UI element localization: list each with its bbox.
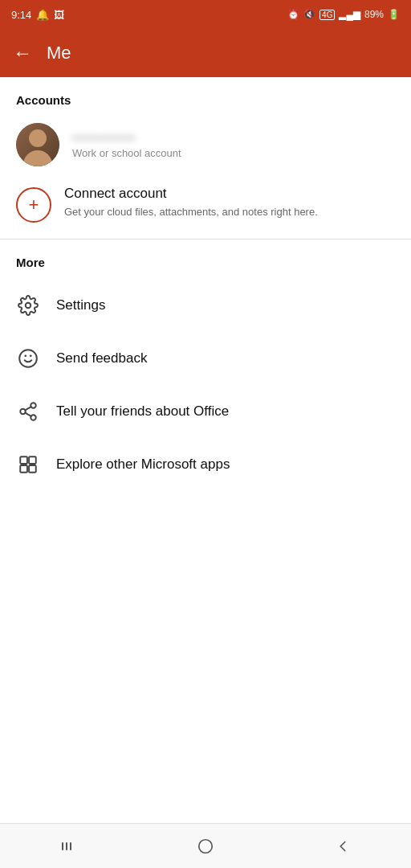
status-time: 9:14: [11, 9, 31, 21]
signal-icon: 4G: [319, 10, 335, 20]
connect-icon: +: [16, 187, 51, 223]
nav-menu-button[interactable]: [44, 830, 92, 862]
svg-rect-10: [29, 457, 36, 464]
send-feedback-menu-item[interactable]: Send feedback: [0, 332, 411, 385]
connect-description: Get your cloud files, attachments, and n…: [64, 205, 395, 219]
apps-grid-icon: [16, 452, 40, 477]
send-feedback-label: Send feedback: [56, 350, 147, 366]
settings-label: Settings: [56, 297, 105, 313]
signal-bars-icon: ▂▄▆: [339, 9, 360, 20]
battery-icon: 🔋: [388, 9, 400, 20]
battery-percent: 89%: [364, 9, 384, 20]
alarm-icon: ⏰: [287, 9, 299, 20]
account-info: •••••••••••• Work or school account: [72, 131, 395, 159]
status-bar-left: 9:14 🔔 🖼: [11, 9, 64, 21]
account-item[interactable]: •••••••••••• Work or school account: [0, 117, 411, 178]
svg-point-1: [19, 350, 37, 367]
smiley-icon: [16, 346, 40, 371]
app-bar: ← Me: [0, 29, 411, 77]
bottom-nav-bar: [0, 823, 411, 868]
status-bar: 9:14 🔔 🖼 ⏰ 🔇 4G ▂▄▆ 89% 🔋: [0, 0, 411, 29]
status-bar-right: ⏰ 🔇 4G ▂▄▆ 89% 🔋: [287, 9, 400, 20]
svg-line-7: [25, 413, 31, 416]
connect-account-item[interactable]: + Connect account Get your cloud files, …: [0, 178, 411, 239]
nav-back-button[interactable]: [319, 830, 367, 862]
settings-menu-item[interactable]: Settings: [0, 279, 411, 332]
more-section-header: More: [0, 240, 411, 279]
content-area: Accounts •••••••••••• Work or school acc…: [0, 77, 411, 491]
explore-apps-label: Explore other Microsoft apps: [56, 457, 230, 473]
page-title: Me: [47, 43, 71, 63]
accounts-section-header: Accounts: [0, 77, 411, 117]
notification-icon: 🔔: [36, 9, 49, 21]
avatar: [16, 123, 59, 166]
account-type: Work or school account: [72, 147, 395, 159]
avatar-image: [16, 123, 59, 166]
account-name: ••••••••••••: [72, 131, 395, 145]
back-button[interactable]: ←: [13, 42, 32, 64]
mute-icon: 🔇: [303, 9, 315, 20]
gear-icon: [16, 293, 40, 317]
plus-icon: +: [29, 194, 39, 215]
svg-rect-11: [20, 465, 27, 473]
explore-apps-menu-item[interactable]: Explore other Microsoft apps: [0, 438, 411, 491]
tell-friends-label: Tell your friends about Office: [56, 403, 229, 420]
svg-point-0: [26, 303, 31, 309]
svg-rect-12: [29, 465, 36, 473]
share-icon: [16, 399, 40, 424]
svg-rect-9: [20, 457, 27, 464]
connect-title: Connect account: [64, 186, 395, 202]
svg-line-8: [25, 407, 31, 410]
nav-home-button[interactable]: [181, 830, 230, 862]
svg-rect-16: [199, 839, 213, 853]
connect-text: Connect account Get your cloud files, at…: [64, 186, 395, 219]
image-icon: 🖼: [54, 9, 64, 21]
share-menu-item[interactable]: Tell your friends about Office: [0, 385, 411, 438]
